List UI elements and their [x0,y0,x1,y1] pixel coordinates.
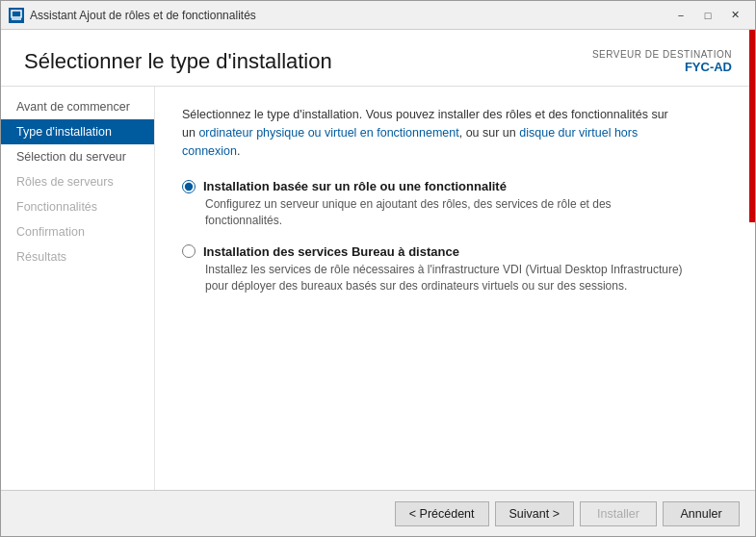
sidebar-item-avant[interactable]: Avant de commencer [1,94,154,119]
option-remote-desktop: Installation des services Bureau à dista… [182,244,728,294]
description-text: Sélectionnez le type d'installation. Vou… [182,106,683,160]
destination-info: SERVEUR DE DESTINATION FYC-AD [592,49,732,74]
next-button[interactable]: Suivant > [495,501,574,526]
red-stripe [749,30,755,222]
window-title: Assistant Ajout de rôles et de fonctionn… [30,9,668,22]
header-section: Sélectionner le type d'installation SERV… [1,30,755,87]
main-window: Assistant Ajout de rôles et de fonctionn… [0,0,756,537]
main-content: Avant de commencer Type d'installation S… [1,87,755,490]
sidebar-item-fonctionnalites: Fonctionnalités [1,194,154,219]
option-group: Installation basée sur un rôle ou une fo… [182,179,728,294]
title-bar: Assistant Ajout de rôles et de fonctionn… [1,1,755,30]
sidebar-item-type[interactable]: Type d'installation [1,119,154,144]
option-remote-desktop-desc: Installez les services de rôle nécessair… [205,262,687,294]
destination-label: SERVEUR DE DESTINATION [592,49,732,60]
option-remote-desktop-label: Installation des services Bureau à dista… [203,244,459,259]
install-button: Installer [580,501,657,526]
footer: < Précédent Suivant > Installer Annuler [1,490,755,536]
right-panel: Sélectionnez le type d'installation. Vou… [155,87,755,490]
app-icon [9,8,24,23]
option-role-based: Installation basée sur un rôle ou une fo… [182,179,728,229]
sidebar-item-resultats: Résultats [1,244,154,269]
option-remote-label-row: Installation des services Bureau à dista… [182,244,728,259]
sidebar-item-roles: Rôles de serveurs [1,169,154,194]
minimize-button[interactable]: − [668,6,693,25]
prev-button[interactable]: < Précédent [395,501,489,526]
option-role-label-row: Installation basée sur un rôle ou une fo… [182,179,728,193]
content-area: Sélectionner le type d'installation SERV… [1,30,755,490]
window-controls: − □ ✕ [668,6,747,25]
sidebar-item-serveur[interactable]: Sélection du serveur [1,144,154,169]
radio-role-based[interactable] [182,180,196,193]
close-button[interactable]: ✕ [722,6,747,25]
link-virtual[interactable]: ordinateur physique ou virtuel en foncti… [198,126,458,140]
sidebar: Avant de commencer Type d'installation S… [1,87,155,490]
cancel-button[interactable]: Annuler [663,501,740,526]
option-role-based-desc: Configurez un serveur unique en ajoutant… [205,196,687,229]
destination-server: FYC-AD [592,60,732,74]
restore-button[interactable]: □ [695,6,720,25]
page-title: Sélectionner le type d'installation [24,49,332,74]
option-role-based-label: Installation basée sur un rôle ou une fo… [203,179,507,193]
radio-remote-desktop[interactable] [182,244,196,258]
sidebar-item-confirmation: Confirmation [1,219,154,244]
svg-rect-0 [12,11,21,17]
